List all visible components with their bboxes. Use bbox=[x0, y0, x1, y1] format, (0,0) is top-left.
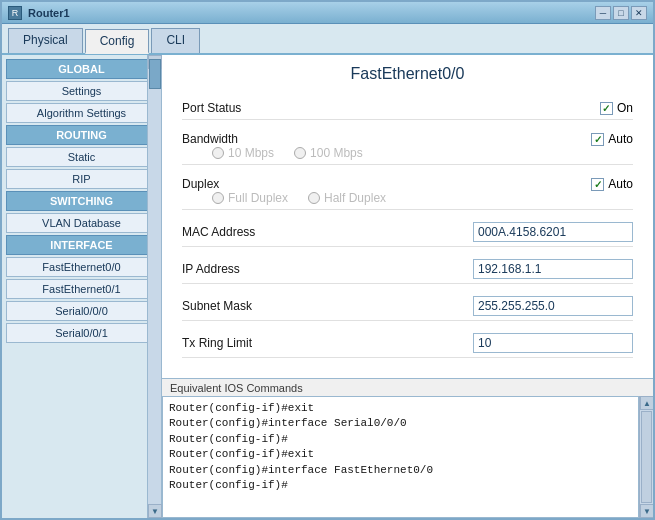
bandwidth-10mbps-radio[interactable] bbox=[212, 147, 224, 159]
subnet-mask-label: Subnet Mask bbox=[182, 299, 342, 313]
maximize-button[interactable]: □ bbox=[613, 6, 629, 20]
title-bar: R Router1 ─ □ ✕ bbox=[2, 2, 653, 24]
half-duplex: Half Duplex bbox=[308, 191, 386, 205]
minimize-button[interactable]: ─ bbox=[595, 6, 611, 20]
terminal-output[interactable]: Router(config-if)#exit Router(config)#in… bbox=[162, 396, 639, 518]
tab-config[interactable]: Config bbox=[85, 29, 150, 54]
tab-cli[interactable]: CLI bbox=[151, 28, 200, 53]
bandwidth-100mbps-radio[interactable] bbox=[294, 147, 306, 159]
terminal-container: Router(config-if)#exit Router(config)#in… bbox=[162, 396, 653, 518]
bandwidth-right: Auto bbox=[591, 132, 633, 146]
tab-physical[interactable]: Physical bbox=[8, 28, 83, 53]
terminal-line: Router(config-if)#exit bbox=[169, 401, 632, 416]
bandwidth-auto-checkbox[interactable] bbox=[591, 133, 604, 146]
content-area: GLOBAL Settings Algorithm Settings ROUTI… bbox=[2, 55, 653, 518]
app-icon: R bbox=[8, 6, 22, 20]
window-title: Router1 bbox=[28, 7, 589, 19]
ip-address-input[interactable] bbox=[473, 259, 633, 279]
section-routing: ROUTING bbox=[6, 125, 157, 145]
terminal-line: Router(config)#interface FastEthernet0/0 bbox=[169, 463, 632, 478]
duplex-right: Auto bbox=[591, 177, 633, 191]
port-status-value: On bbox=[617, 101, 633, 115]
field-tx-ring-limit: Tx Ring Limit bbox=[182, 329, 633, 358]
terminal-line: Router(config-if)# bbox=[169, 478, 632, 493]
bandwidth-auto-label: Auto bbox=[608, 132, 633, 146]
sidebar-item-fastethernet01[interactable]: FastEthernet0/1 bbox=[6, 279, 157, 299]
full-duplex-radio[interactable] bbox=[212, 192, 224, 204]
ip-address-label: IP Address bbox=[182, 262, 342, 276]
right-panel: FastEthernet0/0 Port Status On Bandwidth bbox=[162, 55, 653, 518]
sidebar-scroll: GLOBAL Settings Algorithm Settings ROUTI… bbox=[2, 55, 161, 518]
terminal-line: Router(config-if)# bbox=[169, 432, 632, 447]
sidebar-item-serial001[interactable]: Serial0/0/1 bbox=[6, 323, 157, 343]
bandwidth-radios: 10 Mbps 100 Mbps bbox=[182, 146, 633, 160]
section-global: GLOBAL bbox=[6, 59, 157, 79]
panel-title: FastEthernet0/0 bbox=[182, 65, 633, 83]
terminal-line: Router(config)#interface Serial0/0/0 bbox=[169, 416, 632, 431]
duplex-auto-checkbox[interactable] bbox=[591, 178, 604, 191]
terminal-scroll-thumb[interactable] bbox=[641, 411, 652, 503]
sidebar-item-vlan-database[interactable]: VLAN Database bbox=[6, 213, 157, 233]
mac-address-input[interactable] bbox=[473, 222, 633, 242]
half-duplex-radio[interactable] bbox=[308, 192, 320, 204]
tab-bar: Physical Config CLI bbox=[2, 24, 653, 55]
sidebar-item-settings[interactable]: Settings bbox=[6, 81, 157, 101]
port-status-right: On bbox=[600, 101, 633, 115]
sidebar-item-static[interactable]: Static bbox=[6, 147, 157, 167]
section-switching: SWITCHING bbox=[6, 191, 157, 211]
field-port-status: Port Status On bbox=[182, 97, 633, 120]
sidebar-item-algorithm-settings[interactable]: Algorithm Settings bbox=[6, 103, 157, 123]
terminal-label: Equivalent IOS Commands bbox=[162, 379, 653, 396]
tx-ring-limit-input[interactable] bbox=[473, 333, 633, 353]
field-ip-address: IP Address bbox=[182, 255, 633, 284]
section-interface: INTERFACE bbox=[6, 235, 157, 255]
sidebar-item-fastethernet00[interactable]: FastEthernet0/0 bbox=[6, 257, 157, 277]
duplex-auto-label: Auto bbox=[608, 177, 633, 191]
terminal-scrollbar: ▲ ▼ bbox=[639, 396, 653, 518]
bottom-section: Equivalent IOS Commands Router(config-if… bbox=[162, 378, 653, 518]
sidebar-scrollbar: ▲ ▼ bbox=[147, 55, 161, 518]
tx-ring-limit-label: Tx Ring Limit bbox=[182, 336, 342, 350]
field-mac-address: MAC Address bbox=[182, 218, 633, 247]
duplex-label: Duplex bbox=[182, 177, 342, 191]
config-panel: FastEthernet0/0 Port Status On Bandwidth bbox=[162, 55, 653, 378]
port-status-label: Port Status bbox=[182, 101, 342, 115]
sidebar-item-rip[interactable]: RIP bbox=[6, 169, 157, 189]
close-button[interactable]: ✕ bbox=[631, 6, 647, 20]
duplex-radios: Full Duplex Half Duplex bbox=[182, 191, 633, 205]
field-subnet-mask: Subnet Mask bbox=[182, 292, 633, 321]
mac-address-label: MAC Address bbox=[182, 225, 342, 239]
terminal-line: Router(config-if)#exit bbox=[169, 447, 632, 462]
terminal-scroll-down[interactable]: ▼ bbox=[640, 504, 653, 518]
main-window: R Router1 ─ □ ✕ Physical Config CLI GLOB… bbox=[0, 0, 655, 520]
field-bandwidth: Bandwidth Auto 10 Mbps bbox=[182, 128, 633, 165]
bandwidth-label: Bandwidth bbox=[182, 132, 342, 146]
subnet-mask-input[interactable] bbox=[473, 296, 633, 316]
sidebar: GLOBAL Settings Algorithm Settings ROUTI… bbox=[2, 55, 162, 518]
window-controls: ─ □ ✕ bbox=[595, 6, 647, 20]
full-duplex: Full Duplex bbox=[212, 191, 288, 205]
bandwidth-10mbps: 10 Mbps bbox=[212, 146, 274, 160]
scrollbar-thumb[interactable] bbox=[149, 59, 161, 89]
sidebar-item-serial000[interactable]: Serial0/0/0 bbox=[6, 301, 157, 321]
scrollbar-down-arrow[interactable]: ▼ bbox=[148, 504, 162, 518]
field-duplex: Duplex Auto Full Duplex bbox=[182, 173, 633, 210]
bandwidth-100mbps: 100 Mbps bbox=[294, 146, 363, 160]
port-status-checkbox[interactable] bbox=[600, 102, 613, 115]
terminal-scroll-up[interactable]: ▲ bbox=[640, 396, 653, 410]
